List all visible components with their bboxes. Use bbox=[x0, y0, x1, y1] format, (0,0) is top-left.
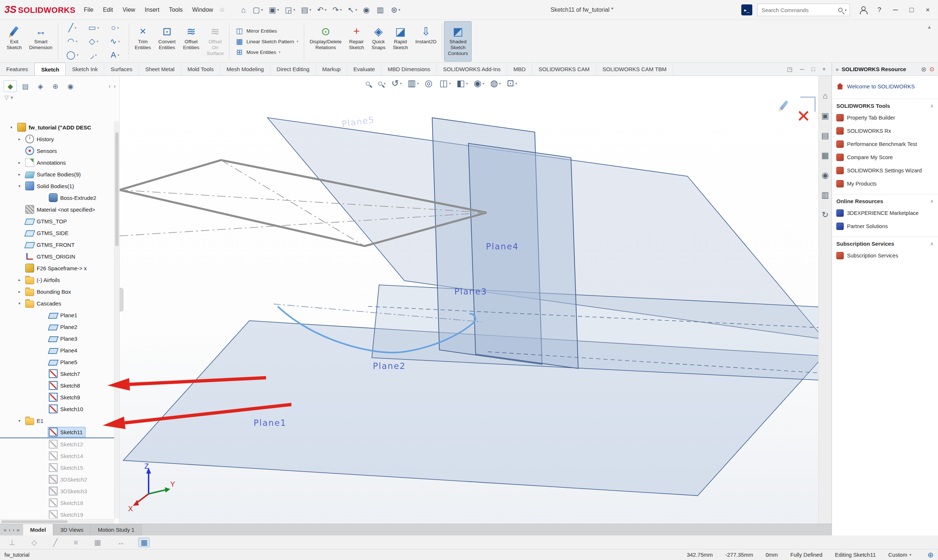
collapse-section-icon[interactable]: ∧ bbox=[930, 198, 933, 204]
new-document-icon[interactable]: ▢ ▾ bbox=[250, 3, 266, 17]
ribbon-tab[interactable]: Sketch bbox=[34, 63, 66, 75]
trim-entities-button[interactable]: × Trim Entities bbox=[131, 21, 154, 62]
dynamic-annotation-icon[interactable]: ◎ bbox=[425, 79, 434, 88]
move-entities-button[interactable]: ⊞ Move Entities ▾ bbox=[235, 48, 298, 57]
ribbon-tab[interactable]: Evaluate bbox=[347, 63, 381, 75]
snap-icon[interactable]: ◇ bbox=[29, 538, 39, 547]
pencil-tool-icon[interactable]: ╱ bbox=[51, 538, 60, 547]
line-tool-icon[interactable]: ╱ ▾ bbox=[62, 21, 83, 35]
tree-item[interactable]: Sketch7 bbox=[0, 368, 114, 380]
previous-view-icon[interactable]: ↺ ▾ bbox=[392, 79, 402, 88]
ribbon-tab[interactable]: Direct Editing bbox=[270, 63, 316, 75]
collapse-section-icon[interactable]: ∧ bbox=[930, 241, 933, 246]
close-document-icon[interactable]: × bbox=[822, 66, 826, 72]
task-pane-link[interactable]: Performance Benchmark Test bbox=[832, 137, 938, 151]
expander-icon[interactable]: ▾ bbox=[6, 125, 16, 130]
web-globe-icon[interactable]: ⊕ bbox=[927, 551, 933, 559]
grid-system-icon[interactable]: ▦ bbox=[138, 538, 150, 547]
menu-item[interactable]: View bbox=[118, 6, 140, 13]
smart-dimension-button[interactable]: ↔ Smart Dimension bbox=[25, 21, 56, 62]
ribbon-tab[interactable]: SOLIDWORKS CAM bbox=[532, 63, 596, 75]
expander-icon[interactable]: ▾ bbox=[15, 301, 24, 306]
rectangle-tool-icon[interactable]: ▭ ▾ bbox=[83, 21, 104, 35]
zoom-fit-icon[interactable]: ○ bbox=[365, 79, 372, 88]
tree-item[interactable]: ▾ Solid Bodies(1) bbox=[0, 180, 114, 192]
tree-item[interactable]: ▸ Annotations bbox=[0, 157, 114, 168]
search-caret-icon[interactable]: ▾ bbox=[845, 8, 847, 12]
tree-item[interactable]: Plane5 bbox=[0, 356, 114, 368]
task-pane-link[interactable]: 3DEXPERIENCE Marketplace bbox=[832, 206, 938, 220]
task-pane-link[interactable]: Property Tab Builder bbox=[832, 111, 938, 124]
document-tab[interactable]: Model bbox=[23, 524, 53, 535]
print-icon[interactable]: ▤ ▾ bbox=[298, 3, 314, 17]
ribbon-tab[interactable]: Markup bbox=[316, 63, 347, 75]
next-tab-icon[interactable]: › bbox=[12, 527, 14, 533]
view-orientation-icon[interactable]: ◫ ▾ bbox=[439, 79, 450, 88]
configurationmanager-tab-icon[interactable]: ◈ bbox=[34, 80, 47, 92]
tree-item[interactable]: Sketch18 bbox=[0, 497, 114, 509]
tree-item[interactable]: Boss-Extrude2 bbox=[0, 192, 114, 203]
save-icon[interactable]: ◲ ▾ bbox=[282, 3, 298, 17]
ribbon-tab[interactable]: Mold Tools bbox=[181, 63, 220, 75]
zoom-to-area-icon[interactable]: ○ ▾ bbox=[377, 79, 386, 88]
tabs-scroll-left-icon[interactable]: ‹ bbox=[109, 83, 111, 89]
tabs-scroll-right-icon[interactable]: › bbox=[114, 83, 116, 89]
tree-item[interactable]: ▸ History bbox=[0, 133, 114, 145]
tree-item[interactable]: Material <not specified> bbox=[0, 203, 114, 215]
menu-item[interactable]: File bbox=[79, 6, 98, 13]
unit-system-selector[interactable]: Custom ▾ bbox=[889, 552, 912, 558]
tree-item[interactable]: Plane2 bbox=[0, 321, 114, 332]
ribbon-tab[interactable]: Sheet Metal bbox=[139, 63, 181, 75]
ribbon-tab[interactable]: SOLIDWORKS Add-Ins bbox=[437, 63, 507, 75]
minimize-window-icon[interactable]: ─ bbox=[887, 0, 904, 20]
mirror-entities-button[interactable]: ◫ Mirror Entities bbox=[235, 26, 298, 35]
expander-icon[interactable]: ▸ bbox=[15, 289, 24, 294]
linear-sketch-pattern-button[interactable]: ▦ Linear Sketch Pattern ▾ bbox=[235, 37, 298, 46]
select-arrow-icon[interactable]: ↖ ▾ bbox=[345, 3, 360, 17]
tree-vertical-scrollbar[interactable] bbox=[114, 122, 119, 518]
menu-item[interactable]: Tools bbox=[164, 6, 187, 13]
ribbon-tab[interactable]: MBD bbox=[507, 63, 532, 75]
tree-item[interactable]: Sketch12 bbox=[0, 438, 114, 450]
view-settings-icon[interactable]: ⊡ ▾ bbox=[507, 79, 517, 88]
spline-tool-icon[interactable]: ∿ ▾ bbox=[104, 35, 125, 48]
ribbon-tab[interactable]: SOLIDWORKS CAM TBM bbox=[596, 63, 673, 75]
tree-item[interactable]: Sensors bbox=[0, 145, 114, 157]
propertymanager-tab-icon[interactable]: ▤ bbox=[19, 80, 32, 92]
repair-sketch-button[interactable]: + Repair Sketch bbox=[345, 21, 368, 62]
undo-icon[interactable]: ↶ ▾ bbox=[314, 3, 330, 17]
tree-item[interactable]: 3DSketch2 bbox=[0, 474, 114, 485]
text-tool-icon[interactable]: A ▾ bbox=[104, 48, 125, 62]
resources-home-icon[interactable]: ⌂ bbox=[823, 91, 827, 101]
sketch-relations-icon[interactable]: ⊥ bbox=[6, 538, 17, 547]
appearance-ball-icon[interactable]: ◉ bbox=[360, 3, 373, 17]
menu-item[interactable]: Window bbox=[188, 6, 218, 13]
menu-item[interactable]: Edit bbox=[98, 6, 118, 13]
ribbon-tab[interactable]: Features bbox=[0, 63, 34, 75]
tree-item[interactable]: GTMS_ORIGIN bbox=[0, 251, 114, 262]
first-tab-icon[interactable]: « bbox=[4, 527, 6, 533]
tree-item[interactable]: Sketch10 bbox=[0, 403, 114, 415]
shaded-sketch-contours-button[interactable]: ◩ Shaded Sketch Contours bbox=[444, 21, 472, 62]
tree-item[interactable]: Sketch11 bbox=[0, 426, 114, 438]
scrollbar-thumb[interactable] bbox=[115, 132, 119, 246]
offset-entities-button[interactable]: ≋ Offset Entities bbox=[179, 21, 203, 62]
display-style-icon[interactable]: ◧ ▾ bbox=[457, 79, 468, 88]
expander-icon[interactable]: ▾ bbox=[15, 184, 24, 189]
tree-item[interactable]: GTMS_SIDE bbox=[0, 227, 114, 239]
displaymanager-tab-icon[interactable]: ◉ bbox=[64, 80, 77, 92]
section-view-icon[interactable]: ▥ ▾ bbox=[408, 79, 419, 88]
tree-item[interactable]: Sketch14 bbox=[0, 450, 114, 462]
circle-tool-icon[interactable]: ○ ▾ bbox=[104, 21, 125, 35]
maximize-window-icon[interactable]: □ bbox=[904, 0, 919, 20]
fillet-tool-icon[interactable]: ◞ ▾ bbox=[83, 48, 104, 62]
search-commands-box[interactable]: ▾ bbox=[757, 4, 850, 16]
graphics-viewport[interactable]: Z Y X Plane1 Plane2 Plane3 Plane4 Plane5… bbox=[120, 76, 818, 524]
collapse-section-icon[interactable]: ∧ bbox=[930, 103, 933, 109]
featuremanager-tab-icon[interactable]: ◆ bbox=[4, 80, 17, 92]
search-commands-input[interactable] bbox=[761, 6, 836, 14]
dimension-standard-icon[interactable]: ↔ bbox=[115, 538, 127, 547]
ribbon-pin-icon[interactable]: ▴ bbox=[923, 21, 935, 32]
quick-snaps-button[interactable]: ◈ Quick Snaps bbox=[368, 21, 389, 62]
tree-item[interactable]: Sketch15 bbox=[0, 462, 114, 474]
